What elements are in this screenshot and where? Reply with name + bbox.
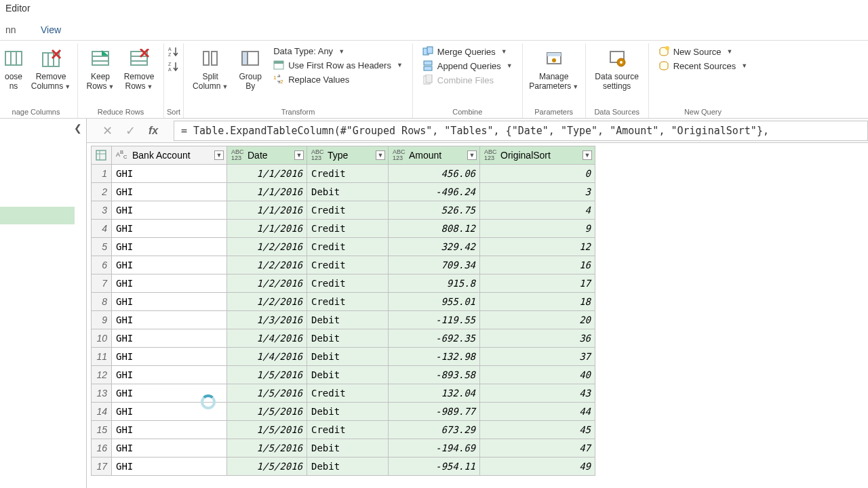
cell-bank[interactable]: GHI — [112, 329, 227, 348]
group-by-button[interactable]: GroupBy — [234, 45, 267, 92]
filter-sort-icon[interactable]: ▼ — [583, 150, 592, 160]
cell-type[interactable]: Debit — [307, 366, 389, 384]
cell-date[interactable]: 1/1/2016 — [227, 183, 307, 201]
cell-amount[interactable]: 526.75 — [389, 201, 480, 220]
table-row[interactable]: 7GHI1/2/2016Credit915.817 — [92, 274, 595, 293]
cell-date[interactable]: 1/2/2016 — [227, 293, 307, 311]
cell-sort[interactable]: 20 — [480, 311, 595, 329]
cell-date[interactable]: 1/2/2016 — [227, 274, 307, 293]
cell-amount[interactable]: -692.35 — [389, 329, 480, 348]
fx-icon[interactable]: fx — [146, 125, 160, 137]
col-bank-account[interactable]: ABCBank Account▼ — [112, 146, 227, 165]
first-row-headers-button[interactable]: Use First Row as Headers▼ — [269, 58, 407, 72]
cell-bank[interactable]: GHI — [112, 421, 227, 439]
cell-amount[interactable]: -496.24 — [389, 183, 480, 201]
cell-bank[interactable]: GHI — [112, 366, 227, 384]
row-header[interactable]: 11 — [92, 348, 112, 366]
cancel-formula-icon[interactable]: ✕ — [100, 123, 114, 138]
cell-date[interactable]: 1/5/2016 — [227, 403, 307, 421]
cell-type[interactable]: Credit — [307, 274, 389, 293]
row-header[interactable]: 7 — [92, 274, 112, 293]
row-header[interactable]: 5 — [92, 238, 112, 256]
remove-columns-button[interactable]: RemoveColumns▼ — [30, 45, 72, 93]
cell-sort[interactable]: 3 — [480, 183, 595, 201]
table-row[interactable]: 14GHI1/5/2016Debit-989.7744 — [92, 403, 595, 421]
select-all-corner[interactable] — [92, 146, 112, 165]
table-row[interactable]: 9GHI1/3/2016Debit-119.5520 — [92, 311, 595, 329]
cell-type[interactable]: Credit — [307, 165, 389, 183]
split-column-button[interactable]: SplitColumn▼ — [189, 45, 231, 93]
cell-type[interactable]: Debit — [307, 403, 389, 421]
cell-amount[interactable]: -132.98 — [389, 348, 480, 366]
cell-sort[interactable]: 17 — [480, 274, 595, 293]
cell-bank[interactable]: GHI — [112, 348, 227, 366]
formula-bar[interactable]: = Table.ExpandTableColumn(#"Grouped Rows… — [174, 121, 868, 141]
table-row[interactable]: 10GHI1/4/2016Debit-692.3536 — [92, 329, 595, 348]
cell-amount[interactable]: -194.69 — [389, 439, 480, 458]
cell-sort[interactable]: 37 — [480, 348, 595, 366]
cell-type[interactable]: Credit — [307, 220, 389, 238]
row-header[interactable]: 9 — [92, 311, 112, 329]
table-row[interactable]: 12GHI1/5/2016Debit-893.5840 — [92, 366, 595, 384]
table-row[interactable]: 5GHI1/2/2016Credit329.4212 — [92, 238, 595, 256]
merge-queries-button[interactable]: Merge Queries▼ — [418, 45, 517, 58]
cell-sort[interactable]: 44 — [480, 403, 595, 421]
new-source-button[interactable]: New Source▼ — [654, 45, 751, 58]
choose-columns-button[interactable]: oosens — [0, 45, 27, 92]
expand-queries-icon[interactable]: ❮ — [74, 123, 82, 134]
cell-sort[interactable]: 47 — [480, 439, 595, 458]
filter-bank-icon[interactable]: ▼ — [214, 150, 224, 160]
cell-type[interactable]: Credit — [307, 238, 389, 256]
commit-formula-icon[interactable]: ✓ — [123, 123, 137, 138]
recent-sources-button[interactable]: Recent Sources▼ — [654, 59, 751, 73]
table-row[interactable]: 1GHI1/1/2016Credit456.060 — [92, 165, 595, 183]
filter-date-icon[interactable]: ▼ — [294, 150, 304, 160]
cell-amount[interactable]: 456.06 — [389, 165, 480, 183]
cell-date[interactable]: 1/5/2016 — [227, 458, 307, 476]
cell-type[interactable]: Credit — [307, 421, 389, 439]
sort-asc-button[interactable]: AZ — [167, 45, 180, 58]
row-header[interactable]: 10 — [92, 329, 112, 348]
filter-type-icon[interactable]: ▼ — [376, 150, 385, 160]
col-original-sort[interactable]: ABC123OriginalSort▼ — [480, 146, 595, 165]
cell-bank[interactable]: GHI — [112, 439, 227, 458]
cell-sort[interactable]: 40 — [480, 366, 595, 384]
row-header[interactable]: 6 — [92, 256, 112, 274]
cell-type[interactable]: Debit — [307, 458, 389, 476]
cell-bank[interactable]: GHI — [112, 238, 227, 256]
cell-date[interactable]: 1/5/2016 — [227, 366, 307, 384]
table-row[interactable]: 11GHI1/4/2016Debit-132.9837 — [92, 348, 595, 366]
cell-sort[interactable]: 36 — [480, 329, 595, 348]
cell-sort[interactable]: 43 — [480, 384, 595, 403]
row-header[interactable]: 15 — [92, 421, 112, 439]
row-header[interactable]: 2 — [92, 183, 112, 201]
sort-desc-button[interactable]: ZA — [167, 60, 180, 73]
manage-parameters-button[interactable]: ManageParameters▼ — [528, 45, 580, 93]
table-row[interactable]: 3GHI1/1/2016Credit526.754 — [92, 201, 595, 220]
table-row[interactable]: 8GHI1/2/2016Credit955.0118 — [92, 293, 595, 311]
table-row[interactable]: 16GHI1/5/2016Debit-194.6947 — [92, 439, 595, 458]
append-queries-button[interactable]: Append Queries▼ — [418, 59, 517, 73]
cell-amount[interactable]: 132.04 — [389, 384, 480, 403]
queries-pane[interactable] — [0, 143, 87, 488]
remove-rows-button[interactable]: RemoveRows▼ — [120, 45, 158, 93]
table-row[interactable]: 13GHI1/5/2016Credit132.0443 — [92, 384, 595, 403]
filter-amount-icon[interactable]: ▼ — [467, 150, 477, 160]
cell-sort[interactable]: 9 — [480, 220, 595, 238]
cell-type[interactable]: Credit — [307, 384, 389, 403]
cell-type[interactable]: Debit — [307, 183, 389, 201]
cell-amount[interactable]: -954.11 — [389, 458, 480, 476]
cell-bank[interactable]: GHI — [112, 311, 227, 329]
cell-date[interactable]: 1/1/2016 — [227, 165, 307, 183]
cell-date[interactable]: 1/5/2016 — [227, 439, 307, 458]
cell-amount[interactable]: 709.34 — [389, 256, 480, 274]
row-header[interactable]: 4 — [92, 220, 112, 238]
data-grid[interactable]: ABCBank Account▼ ABC123Date▼ ABC123Type▼… — [87, 143, 868, 488]
cell-date[interactable]: 1/4/2016 — [227, 348, 307, 366]
cell-bank[interactable]: GHI — [112, 183, 227, 201]
cell-amount[interactable]: 955.01 — [389, 293, 480, 311]
col-type[interactable]: ABC123Type▼ — [307, 146, 389, 165]
row-header[interactable]: 13 — [92, 384, 112, 403]
cell-date[interactable]: 1/1/2016 — [227, 220, 307, 238]
cell-bank[interactable]: GHI — [112, 201, 227, 220]
